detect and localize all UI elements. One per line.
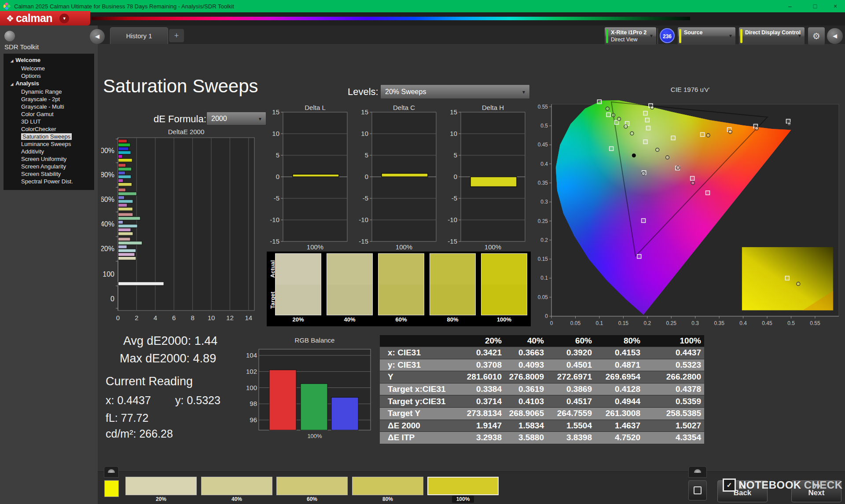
measured-marker — [706, 134, 710, 137]
sidebar-item-additivity[interactable]: Additivity — [4, 148, 94, 155]
cell: 258.5385 — [648, 409, 701, 418]
svg-text:10: 10 — [272, 130, 279, 137]
delta-c-chart: Delta C151050-5-10-15100% — [353, 105, 441, 254]
chevron-down-icon[interactable]: ▼ — [59, 14, 69, 23]
cell: 4.7520 — [588, 433, 640, 442]
svg-text:0.25: 0.25 — [666, 320, 677, 326]
table-header-row: 20%40%60%80%100% — [380, 335, 704, 347]
pattern-swatch-20%[interactable] — [125, 477, 197, 495]
svg-text:100%: 100% — [396, 243, 412, 251]
table-row-y: Y281.6010276.8009272.6971269.6954266.280… — [380, 371, 704, 383]
svg-text:0.05: 0.05 — [538, 294, 548, 300]
cell: 261.3008 — [588, 409, 640, 418]
measured-marker — [606, 107, 609, 110]
svg-text:0.2: 0.2 — [540, 237, 548, 243]
svg-text:0.5: 0.5 — [787, 320, 795, 326]
cell: 0.5323 — [648, 360, 701, 370]
sidebar-item-grayscale-2pt[interactable]: Grayscale - 2pt — [4, 95, 94, 103]
pattern-swatch-80%[interactable] — [352, 477, 423, 495]
close-button[interactable]: × — [827, 0, 844, 12]
svg-text:0.15: 0.15 — [538, 256, 548, 262]
expand-pattern-panel-button[interactable] — [104, 466, 119, 478]
collapse-right-panel-icon[interactable]: ◀ — [827, 28, 843, 44]
sidebar-item-colorchecker[interactable]: ColorChecker — [4, 125, 94, 133]
sidebar-item-saturation-sweeps[interactable]: Saturation Sweeps — [4, 133, 94, 140]
levels-label: Levels: — [348, 86, 378, 98]
deltae2000-chart: DeltaE 200002468101214100%80%60%40%20%10… — [101, 129, 273, 328]
svg-text:100%: 100% — [307, 433, 322, 439]
sidebar-item-spectral-power-dist-[interactable]: Spectral Power Dist. — [4, 178, 94, 185]
gear-icon[interactable]: ⚙ — [808, 27, 825, 45]
sidebar-item-luminance-sweeps[interactable]: Luminance Sweeps — [4, 140, 94, 148]
svg-text:RGB Balance: RGB Balance — [295, 336, 335, 344]
source-dropdown[interactable]: Source ▼ — [678, 27, 735, 45]
sidebar-orb-button[interactable] — [4, 31, 15, 41]
target-marker — [642, 219, 646, 223]
svg-text:0.5: 0.5 — [540, 123, 548, 129]
svg-text:5: 5 — [454, 151, 457, 159]
sidebar-item-3d-lut[interactable]: 3D LUT — [4, 118, 94, 125]
target-color — [276, 285, 321, 315]
pattern-window-button[interactable] — [688, 480, 707, 500]
sidebar-item-color-gamut[interactable]: Color Gamut — [4, 110, 94, 118]
table-row-target-x-cie31: Target x:CIE310.33840.36190.38690.41280.… — [380, 383, 704, 396]
svg-text:0: 0 — [550, 320, 553, 326]
svg-text:98: 98 — [250, 400, 257, 407]
svg-text:100%: 100% — [485, 243, 501, 251]
svg-text:-10: -10 — [270, 216, 279, 223]
svg-text:5: 5 — [365, 151, 368, 159]
sidebar-item-grayscale-multi[interactable]: Grayscale - Multi — [4, 103, 94, 110]
current-fl: fL: 77.72 — [106, 412, 148, 424]
levels-select[interactable]: 20% Sweeps ▼ — [380, 84, 530, 99]
display-control-dropdown[interactable]: Direct Display Control ▼ — [739, 27, 805, 45]
measured-marker — [642, 172, 645, 175]
svg-text:0.1: 0.1 — [540, 275, 548, 281]
actual-color — [276, 254, 321, 285]
svg-text:-5: -5 — [274, 194, 279, 202]
tab-history-1[interactable]: History 1 — [110, 27, 168, 44]
add-tab-button[interactable]: + — [169, 29, 184, 42]
sidebar-item-screen-stability[interactable]: Screen Stability — [4, 170, 94, 178]
svg-text:0.25: 0.25 — [538, 218, 548, 224]
cell: 3.8398 — [539, 433, 592, 442]
chevron-down-icon: ▼ — [797, 33, 802, 38]
pattern-swatch-100%[interactable] — [427, 477, 499, 495]
row-label: Target x:CIE31 — [388, 384, 446, 394]
sidebar-item-screen-uniformity[interactable]: Screen Uniformity — [4, 155, 94, 163]
collapse-panel-icon[interactable]: ◀ — [90, 29, 105, 44]
meter-dropdown[interactable]: X-Rite i1Pro 2 Direct View ▼ — [605, 27, 656, 45]
meter-count-badge[interactable]: 236 — [660, 28, 675, 43]
expander-triangle-icon[interactable]: ◢ — [11, 82, 13, 86]
cell: 3.5880 — [491, 433, 544, 442]
svg-text:80%: 80% — [101, 171, 114, 179]
minimize-button[interactable]: – — [781, 0, 799, 12]
maximize-button[interactable]: □ — [806, 0, 824, 12]
pattern-swatch-40%[interactable] — [201, 477, 272, 495]
sidebar-item-welcome[interactable]: ◢Welcome — [4, 56, 94, 65]
de-formula-select[interactable]: 2000 ▼ — [206, 112, 266, 125]
svg-text:-5: -5 — [363, 194, 368, 202]
target-color — [378, 285, 424, 315]
page-title: Saturation Sweeps — [103, 76, 258, 97]
sidebar-item-screen-angularity[interactable]: Screen Angularity — [4, 163, 94, 170]
sidebar-item-dynamic-range[interactable]: Dynamic Range — [4, 88, 94, 95]
cell: 0.3619 — [491, 384, 544, 394]
pattern-swatch-label: 20% — [125, 496, 197, 502]
sidebar-item-options[interactable]: Options — [4, 72, 94, 80]
expander-triangle-icon[interactable]: ◢ — [11, 59, 13, 63]
measured-marker — [691, 181, 694, 185]
svg-text:14: 14 — [245, 314, 252, 321]
pattern-swatch-60%[interactable] — [276, 477, 348, 495]
target-marker — [643, 140, 647, 144]
table-row--e-2000: ΔE 20001.91471.58341.55041.46371.5027 — [380, 420, 704, 432]
measured-marker — [650, 106, 654, 109]
svg-text:-5: -5 — [452, 194, 457, 202]
saturation-swatch-100% — [481, 253, 527, 315]
svg-text:0.15: 0.15 — [618, 320, 629, 326]
svg-text:Delta C: Delta C — [393, 105, 415, 111]
sidebar-item-analysis[interactable]: ◢Analysis — [4, 80, 94, 88]
expand-nav-panel-button[interactable] — [688, 466, 707, 478]
display-control-label: Direct Display Control — [745, 29, 801, 36]
sidebar-item-welcome[interactable]: Welcome — [4, 65, 94, 72]
calman-menu-button[interactable]: ❖ calman ▼ — [0, 11, 90, 26]
